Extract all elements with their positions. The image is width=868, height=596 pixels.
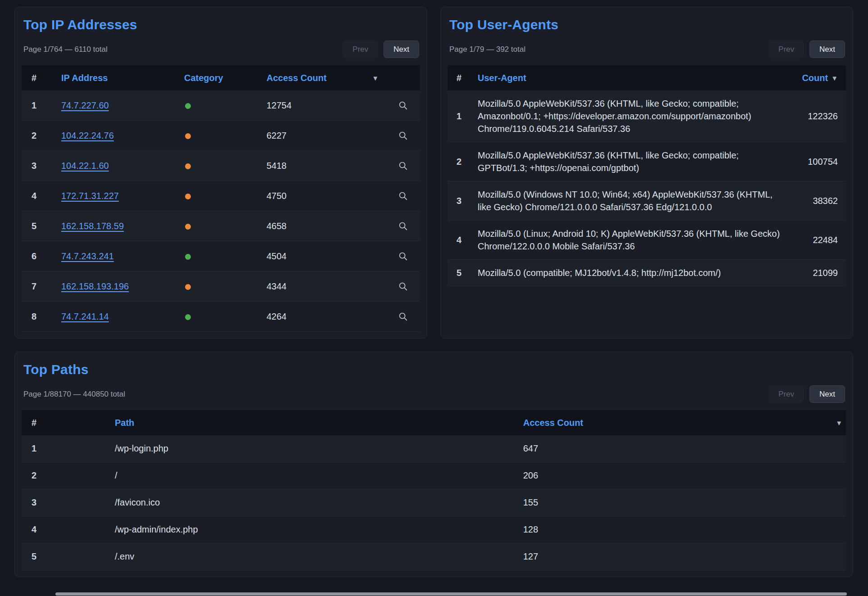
rank-cell: 5	[22, 221, 61, 231]
user-agent-cell: Mozilla/5.0 (Linux; Android 10; K) Apple…	[478, 221, 787, 259]
rank-cell: 6	[22, 251, 61, 262]
pager-buttons-ua: Prev Next	[769, 41, 845, 58]
search-icon	[398, 161, 408, 171]
search-button[interactable]	[396, 310, 410, 323]
user-agent-cell: Mozilla/5.0 (Windows NT 10.0; Win64; x64…	[478, 181, 787, 220]
panel-top-ip-addresses: Top IP Addresses Page 1/764 — 6110 total…	[14, 7, 427, 339]
search-button[interactable]	[396, 159, 410, 172]
category-dot	[185, 163, 191, 169]
column-header-path[interactable]: Path	[115, 418, 523, 428]
sort-desc-icon[interactable]: ▼	[836, 419, 842, 427]
ip-link[interactable]: 74.7.241.14	[61, 312, 109, 321]
table-row: 2 Mozilla/5.0 AppleWebKit/537.36 (KHTML,…	[448, 142, 846, 181]
access-count-cell: 5418	[267, 161, 386, 171]
page-info-ua: Page 1/79 — 392 total	[449, 45, 525, 54]
next-button[interactable]: Next	[809, 41, 845, 58]
rank-cell: 5	[22, 551, 115, 562]
ip-link[interactable]: 162.158.178.59	[61, 221, 124, 231]
ip-link[interactable]: 172.71.31.227	[61, 191, 119, 201]
search-button[interactable]	[396, 249, 410, 263]
column-header-access-count[interactable]: Access Count ▼	[267, 73, 386, 83]
user-agent-cell: Mozilla/5.0 AppleWebKit/537.36 (KHTML, l…	[478, 142, 787, 181]
pager-row-ua: Page 1/79 — 392 total Prev Next	[449, 41, 845, 58]
count-cell: 22484	[787, 235, 846, 245]
rank-cell: 2	[448, 157, 478, 167]
table-row: 8 74.7.241.14 4264	[22, 302, 420, 332]
access-count-cell: 206	[523, 470, 846, 481]
pager-buttons-paths: Prev Next	[769, 385, 845, 403]
access-count-cell: 4658	[267, 221, 386, 231]
next-button[interactable]: Next	[384, 41, 419, 58]
ip-table: # IP Address Category Access Count ▼ 1 7…	[22, 65, 420, 332]
prev-button[interactable]: Prev	[769, 385, 804, 403]
table-row: 3 104.22.1.60 5418	[22, 151, 420, 181]
panel-title-user-agents: Top User-Agents	[449, 17, 846, 32]
search-button[interactable]	[396, 280, 410, 293]
user-agent-cell: Mozilla/5.0 (compatible; MJ12bot/v1.4.8;…	[478, 260, 787, 286]
prev-button[interactable]: Prev	[769, 41, 804, 58]
search-icon	[398, 281, 408, 291]
path-cell: /favicon.ico	[115, 497, 523, 508]
rank-cell: 3	[22, 497, 115, 508]
sort-desc-icon[interactable]: ▼	[372, 74, 379, 82]
column-header-category[interactable]: Category	[184, 73, 267, 83]
ip-table-header: # IP Address Category Access Count ▼	[22, 65, 420, 90]
column-header-ip-address[interactable]: IP Address	[61, 73, 184, 83]
search-icon	[398, 312, 408, 321]
table-row: 5 Mozilla/5.0 (compatible; MJ12bot/v1.4.…	[448, 260, 846, 286]
search-button[interactable]	[396, 189, 410, 203]
page-info-ip: Page 1/764 — 6110 total	[23, 45, 108, 54]
count-cell: 38362	[787, 196, 846, 206]
search-button[interactable]	[396, 99, 410, 112]
rank-cell: 2	[22, 470, 115, 481]
search-button[interactable]	[396, 129, 410, 142]
access-count-cell: 128	[523, 524, 846, 535]
ip-link[interactable]: 104.22.1.60	[61, 161, 109, 171]
column-header-rank: #	[22, 418, 115, 428]
ua-table: # User-Agent Count ▼ 1 Mozilla/5.0 Apple…	[448, 65, 846, 286]
pager-row-paths: Page 1/88170 — 440850 total Prev Next	[23, 385, 845, 403]
path-cell: /.env	[115, 551, 523, 562]
rank-cell: 4	[448, 235, 478, 245]
ip-link[interactable]: 104.22.24.76	[61, 131, 114, 140]
pager-buttons-ip: Prev Next	[343, 41, 419, 58]
column-header-rank: #	[448, 73, 478, 83]
column-header-count[interactable]: Count ▼	[787, 73, 846, 83]
rank-cell: 2	[22, 131, 61, 141]
panel-top-paths: Top Paths Page 1/88170 — 440850 total Pr…	[14, 352, 853, 577]
table-row: 5 162.158.178.59 4658	[22, 211, 420, 241]
horizontal-scrollbar[interactable]	[0, 592, 868, 596]
table-row: 3 Mozilla/5.0 (Windows NT 10.0; Win64; x…	[448, 181, 846, 221]
prev-button[interactable]: Prev	[343, 41, 378, 58]
sort-desc-icon[interactable]: ▼	[831, 74, 838, 82]
paths-table-header: # Path Access Count ▼	[22, 410, 846, 435]
count-cell: 122326	[787, 111, 846, 122]
access-count-cell: 4504	[267, 251, 386, 262]
access-count-cell: 155	[523, 497, 846, 508]
column-header-user-agent[interactable]: User-Agent	[478, 73, 787, 83]
table-row: 4 172.71.31.227 4750	[22, 181, 420, 211]
rank-cell: 5	[448, 268, 478, 278]
paths-table: # Path Access Count ▼ 1 /wp-login.php 64…	[22, 410, 846, 570]
table-row: 4 Mozilla/5.0 (Linux; Android 10; K) App…	[448, 221, 846, 260]
search-icon	[398, 191, 408, 201]
pager-row-ip: Page 1/764 — 6110 total Prev Next	[23, 41, 419, 58]
horizontal-scrollbar-thumb[interactable]	[55, 592, 847, 596]
column-header-access-count[interactable]: Access Count ▼	[523, 418, 846, 428]
search-icon	[398, 131, 408, 140]
rank-cell: 4	[22, 524, 115, 535]
next-button[interactable]: Next	[809, 385, 845, 403]
access-count-cell: 647	[523, 443, 846, 454]
ip-link[interactable]: 74.7.243.241	[61, 251, 114, 261]
rank-cell: 1	[448, 111, 478, 122]
search-icon	[398, 100, 408, 110]
count-label: Count	[802, 73, 828, 83]
access-count-cell: 6227	[267, 131, 386, 141]
ua-table-header: # User-Agent Count ▼	[448, 65, 846, 90]
ip-link[interactable]: 162.158.193.196	[61, 281, 129, 291]
access-count-label: Access Count	[267, 73, 326, 83]
column-header-rank: #	[22, 73, 61, 83]
path-cell: /	[115, 470, 523, 481]
ip-link[interactable]: 74.7.227.60	[61, 100, 109, 110]
search-button[interactable]	[396, 219, 410, 233]
